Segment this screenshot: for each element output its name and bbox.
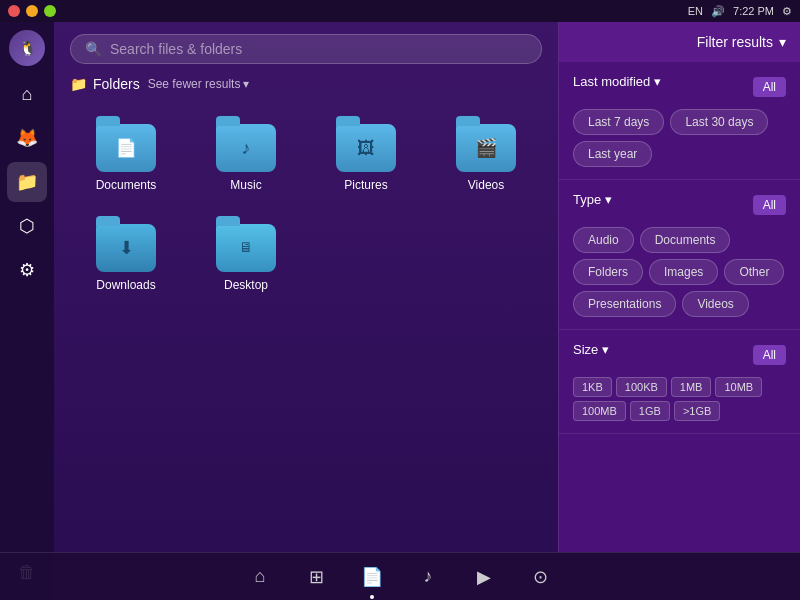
filter-type-documents[interactable]: Documents [640,227,731,253]
filter-last-year[interactable]: Last year [573,141,652,167]
filter-section-type: Type ▾ All Audio Documents Folders Image… [559,180,800,330]
folder-icon-videos: 🎬 [454,116,518,172]
last-modified-header: Last modified ▾ All [573,74,786,99]
sidebar-item-firefox[interactable]: 🦊 [7,118,47,158]
pictures-badge-icon: 🖼 [357,138,375,159]
size-header: Size ▾ All [573,342,786,367]
files-panel: 🔍 📁 Folders See fewer results ▾ 📄 Doc [54,22,558,552]
folder-name-desktop: Desktop [224,278,268,292]
last-modified-title: Last modified ▾ [573,74,661,89]
filter-panel: Filter results ▾ Last modified ▾ All Las… [558,22,800,552]
folder-icon-documents: 📄 [94,116,158,172]
filter-section-size: Size ▾ All 1KB 100KB 1MB 10MB 100MB 1GB … [559,330,800,434]
filter-size-100kb[interactable]: 100KB [616,377,667,397]
size-title: Size ▾ [573,342,609,357]
folder-item-pictures[interactable]: 🖼 Pictures [310,108,422,200]
filter-type-images[interactable]: Images [649,259,718,285]
filter-size-gt1gb[interactable]: >1GB [674,401,720,421]
taskbar-files[interactable]: 📄 [354,559,390,595]
window-controls [8,5,56,17]
type-all-button[interactable]: All [753,195,786,215]
maximize-button[interactable] [44,5,56,17]
folder-icon-downloads: ⬇ [94,216,158,272]
size-chevron-icon: ▾ [602,342,609,357]
size-all-button[interactable]: All [753,345,786,365]
type-header: Type ▾ All [573,192,786,217]
sidebar-item-home[interactable]: ⌂ [7,74,47,114]
taskbar-home[interactable]: ⌂ [242,559,278,595]
type-buttons: Audio Documents Folders Images Other Pre… [573,227,786,317]
filter-type-videos[interactable]: Videos [682,291,748,317]
folder-name-music: Music [230,178,261,192]
sidebar-item-apps[interactable]: ⬡ [7,206,47,246]
filter-type-presentations[interactable]: Presentations [573,291,676,317]
sidebar-item-files[interactable]: 📁 [7,162,47,202]
folder-name-downloads: Downloads [96,278,155,292]
folder-icon-music: ♪ [214,116,278,172]
filter-size-100mb[interactable]: 100MB [573,401,626,421]
folders-header: 📁 Folders See fewer results ▾ [54,72,558,100]
search-bar: 🔍 [70,34,542,64]
folder-item-music[interactable]: ♪ Music [190,108,302,200]
folder-item-videos[interactable]: 🎬 Videos [430,108,542,200]
filter-section-last-modified: Last modified ▾ All Last 7 days Last 30 … [559,62,800,180]
folder-icon-pictures: 🖼 [334,116,398,172]
sidebar: 🐧 ⌂ 🦊 📁 ⬡ ⚙ 🗑 [0,22,54,600]
filter-size-10mb[interactable]: 10MB [715,377,762,397]
titlebar: EN 🔊 7:22 PM ⚙ [0,0,800,22]
filter-type-audio[interactable]: Audio [573,227,634,253]
filter-chevron-icon: ▾ [779,34,786,50]
folder-item-downloads[interactable]: ⬇ Downloads [70,208,182,300]
taskbar-music[interactable]: ♪ [410,559,446,595]
folders-title: 📁 Folders [70,76,140,92]
videos-badge-icon: 🎬 [475,137,497,159]
folder-name-documents: Documents [96,178,157,192]
folder-grid: 📄 Documents ♪ Music 🖼 Pictures [54,100,558,308]
avatar[interactable]: 🐧 [9,30,45,66]
last-modified-buttons: Last 7 days Last 30 days Last year [573,109,786,167]
music-badge-icon: ♪ [242,138,251,159]
folder-icon-desktop: 🖥 [214,216,278,272]
sidebar-item-settings[interactable]: ⚙ [7,250,47,290]
filter-last-30-days[interactable]: Last 30 days [670,109,768,135]
filter-size-1kb[interactable]: 1KB [573,377,612,397]
keyboard-layout: EN [688,5,703,17]
taskbar-apps[interactable]: ⊞ [298,559,334,595]
folder-name-videos: Videos [468,178,504,192]
see-fewer-button[interactable]: See fewer results ▾ [148,77,250,91]
system-tray: EN 🔊 7:22 PM ⚙ [688,5,792,18]
clock: 7:22 PM [733,5,774,17]
filter-last-7-days[interactable]: Last 7 days [573,109,664,135]
last-modified-chevron-icon: ▾ [654,74,661,89]
taskbar: ⌂ ⊞ 📄 ♪ ▶ ⊙ [0,552,800,600]
filter-header: Filter results ▾ [559,22,800,62]
desktop-badge-icon: 🖥 [239,239,253,255]
filter-type-other[interactable]: Other [724,259,784,285]
settings-icon[interactable]: ⚙ [782,5,792,18]
filter-size-1gb[interactable]: 1GB [630,401,670,421]
last-modified-all-button[interactable]: All [753,77,786,97]
volume-icon: 🔊 [711,5,725,18]
search-input[interactable] [110,41,527,57]
search-icon: 🔍 [85,41,102,57]
avatar-label: 🐧 [19,40,36,56]
filter-results-label: Filter results [697,34,773,50]
size-buttons: 1KB 100KB 1MB 10MB 100MB 1GB >1GB [573,377,786,421]
folder-item-desktop[interactable]: 🖥 Desktop [190,208,302,300]
close-button[interactable] [8,5,20,17]
filter-type-folders[interactable]: Folders [573,259,643,285]
minimize-button[interactable] [26,5,38,17]
folder-item-documents[interactable]: 📄 Documents [70,108,182,200]
document-badge-icon: 📄 [115,137,137,159]
folder-name-pictures: Pictures [344,178,387,192]
folder-icon: 📁 [70,76,87,92]
downloads-badge-icon: ⬇ [119,237,134,259]
type-title: Type ▾ [573,192,612,207]
chevron-down-icon: ▾ [243,77,249,91]
main-content: 🔍 📁 Folders See fewer results ▾ 📄 Doc [54,22,800,552]
taskbar-media[interactable]: ▶ [466,559,502,595]
filter-size-1mb[interactable]: 1MB [671,377,712,397]
taskbar-camera[interactable]: ⊙ [522,559,558,595]
type-chevron-icon: ▾ [605,192,612,207]
